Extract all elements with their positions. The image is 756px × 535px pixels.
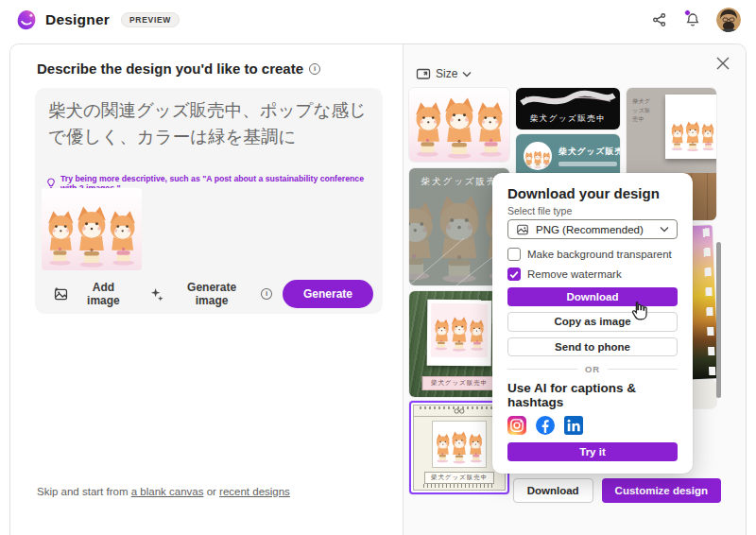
file-type-value: PNG (Recommended) bbox=[536, 224, 644, 235]
scrollbar[interactable] bbox=[716, 242, 721, 398]
footer-download-button[interactable]: Download bbox=[513, 478, 593, 503]
prompt-toolbar: Add image Generate image i Generate bbox=[35, 274, 383, 314]
frame-footer-marks bbox=[423, 484, 495, 488]
download-button[interactable]: Download bbox=[507, 287, 678, 306]
checkbox-unchecked[interactable] bbox=[507, 248, 521, 261]
generate-image-button[interactable]: Generate image i bbox=[142, 275, 281, 313]
add-image-icon bbox=[53, 286, 69, 302]
recent-designs-link[interactable]: recent designs bbox=[219, 486, 290, 497]
watermark-label: Remove watermark bbox=[527, 268, 622, 280]
size-selector[interactable]: Size bbox=[416, 66, 472, 81]
add-image-label: Add image bbox=[76, 281, 131, 307]
thumbnail-label: 柴犬グッズ販売中 bbox=[558, 147, 620, 158]
copy-as-image-button[interactable]: Copy as image bbox=[507, 312, 678, 331]
ai-captions-heading: Use AI for captions & hashtags bbox=[507, 381, 678, 409]
thumbnail-label: 柴犬グッズ販売中 bbox=[516, 113, 620, 125]
thumbnail-teal-banner[interactable]: 柴犬グッズ販売中 bbox=[516, 134, 620, 178]
thumbnail-shiba-cakes[interactable] bbox=[409, 88, 509, 162]
prompt-card: 柴犬の関連グッズ販売中、ポップな感じで優しく、カラーは緑を基調に Try bei… bbox=[35, 88, 383, 314]
polaroid-photo bbox=[427, 300, 492, 367]
topbar-actions bbox=[650, 8, 741, 32]
wall-poster bbox=[665, 95, 716, 159]
generate-button[interactable]: Generate bbox=[283, 280, 373, 308]
file-type-label: Select file type bbox=[507, 205, 678, 216]
app-title: Designer bbox=[45, 11, 110, 28]
transparent-label: Make background transparent bbox=[527, 249, 672, 260]
main-card: Describe the design you'd like to create… bbox=[9, 43, 747, 535]
designer-logo-icon bbox=[15, 9, 38, 31]
prompt-panel: Describe the design you'd like to create… bbox=[10, 44, 403, 535]
linkedin-icon[interactable] bbox=[564, 416, 583, 435]
film-perforations bbox=[703, 228, 716, 375]
prompt-textarea[interactable]: 柴犬の関連グッズ販売中、ポップな感じで優しく、カラーは緑を基調に bbox=[48, 97, 373, 150]
preview-badge: PREVIEW bbox=[121, 12, 180, 27]
scribble-art bbox=[516, 90, 620, 111]
prompt-attached-image[interactable] bbox=[42, 188, 142, 270]
blank-canvas-link[interactable]: a blank canvas bbox=[131, 486, 204, 497]
file-type-select[interactable]: PNG (Recommended) bbox=[507, 219, 678, 239]
or-word: or bbox=[207, 486, 216, 497]
thumbnail-black-banner[interactable]: 柴犬グッズ販売中 bbox=[516, 88, 620, 129]
frame-ornament bbox=[414, 406, 505, 417]
or-divider: OR bbox=[507, 364, 678, 374]
top-bar: Designer PREVIEW bbox=[0, 0, 756, 40]
transparent-checkbox-row[interactable]: Make background transparent bbox=[507, 248, 678, 261]
dialog-title: Download your design bbox=[507, 185, 678, 201]
resize-icon bbox=[416, 66, 431, 81]
checkbox-checked[interactable] bbox=[507, 268, 521, 281]
try-it-button[interactable]: Try it bbox=[507, 442, 678, 461]
sparkle-icon bbox=[150, 287, 164, 302]
thumbnail-label: 柴犬グッズ販売中 bbox=[424, 472, 494, 484]
page-title: Describe the design you'd like to create bbox=[37, 60, 303, 77]
close-button[interactable] bbox=[713, 54, 732, 73]
footer-actions: Download Customize design bbox=[513, 478, 721, 503]
info-icon[interactable]: i bbox=[309, 63, 320, 75]
teal-banner-subtext bbox=[558, 162, 617, 166]
results-panel: Size 柴犬グッズ販売 bbox=[403, 44, 746, 535]
teal-banner-text: 柴犬グッズ販売中 bbox=[558, 147, 620, 166]
designer-app: Designer PREVIEW bbox=[0, 0, 756, 535]
watermark-checkbox-row[interactable]: Remove watermark bbox=[507, 268, 678, 281]
or-label: OR bbox=[585, 364, 600, 374]
prompt-heading-row: Describe the design you'd like to create… bbox=[37, 60, 320, 77]
add-image-button[interactable]: Add image bbox=[44, 275, 140, 313]
image-icon bbox=[516, 223, 529, 236]
skip-text: Skip and start from bbox=[37, 486, 129, 497]
facebook-icon[interactable] bbox=[536, 416, 555, 435]
share-icon[interactable] bbox=[650, 10, 669, 29]
chevron-down-icon bbox=[462, 71, 472, 78]
customize-design-button[interactable]: Customize design bbox=[602, 478, 721, 503]
thumbnail-label: 柴犬グッズ販売中 bbox=[422, 376, 496, 390]
instagram-icon[interactable] bbox=[507, 416, 526, 435]
chevron-down-icon bbox=[660, 226, 669, 233]
thumbnail-label: 柴犬グッズ販売中 bbox=[632, 97, 657, 125]
size-label: Size bbox=[436, 67, 457, 80]
download-dialog: Download your design Select file type PN… bbox=[492, 173, 693, 474]
avatar[interactable] bbox=[716, 8, 741, 32]
generate-image-info-icon[interactable]: i bbox=[261, 288, 272, 300]
notification-dot bbox=[684, 9, 691, 16]
skip-row: Skip and start from a blank canvas or re… bbox=[37, 486, 290, 497]
bell-icon[interactable] bbox=[683, 10, 702, 29]
teal-banner-photo bbox=[524, 142, 552, 170]
social-icons-row bbox=[507, 416, 678, 435]
generate-image-label: Generate image bbox=[171, 281, 253, 307]
send-to-phone-button[interactable]: Send to phone bbox=[507, 337, 678, 356]
